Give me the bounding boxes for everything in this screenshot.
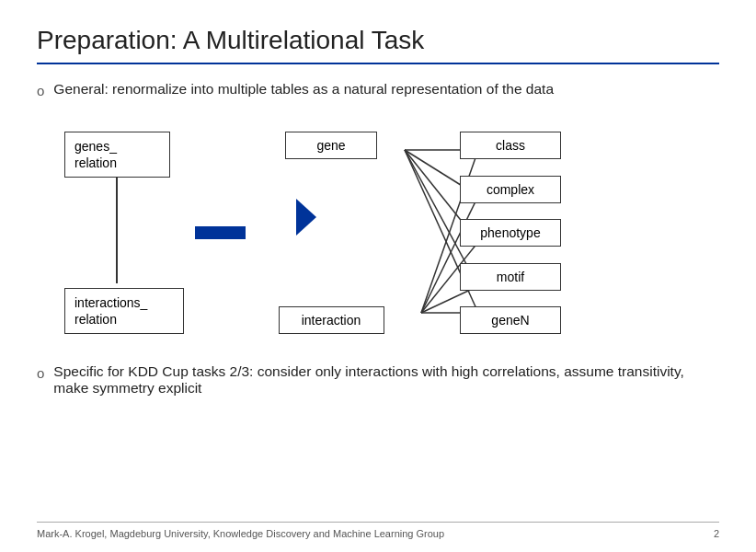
bullet-1: o General: renormalize into multiple tab… [37,81,719,98]
bullet-1-text: General: renormalize into multiple table… [53,81,554,98]
diagram-area: genes_ relation interactions_ relation g… [64,122,719,343]
bullet-2-text: Specific for KDD Cup tasks 2/3: consider… [53,363,719,397]
box-class: class [460,132,561,159]
box-interaction: interaction [279,306,384,334]
footer: Mark-A. Krogel, Magdeburg University, Kn… [37,522,719,539]
center-col: gene interaction [276,132,386,334]
box-geneN: geneN [460,306,561,334]
footer-page: 2 [714,528,719,539]
arrow [195,214,266,251]
bullet-icon-2: o [37,365,44,381]
box-interactions-relation: interactions_ relation [64,288,184,334]
box-phenotype: phenotype [460,219,561,247]
left-boxes: genes_ relation interactions_ relation [64,132,184,334]
footer-left: Mark-A. Krogel, Magdeburg University, Kn… [37,528,444,539]
box-gene: gene [285,132,377,159]
bullet-2: o Specific for KDD Cup tasks 2/3: consid… [37,363,719,397]
slide-title: Preparation: A Multirelational Task [37,26,719,55]
box-motif: motif [460,263,561,291]
arrow-shaft [195,226,246,239]
box-genes-relation: genes_ relation [64,132,170,178]
bullet-icon-1: o [37,83,44,98]
box-complex: complex [460,176,561,203]
right-col: class complex phenotype motif geneN [460,132,566,334]
arrow-container [184,132,276,334]
title-divider [37,63,719,64]
slide: Preparation: A Multirelational Task o Ge… [0,0,756,552]
